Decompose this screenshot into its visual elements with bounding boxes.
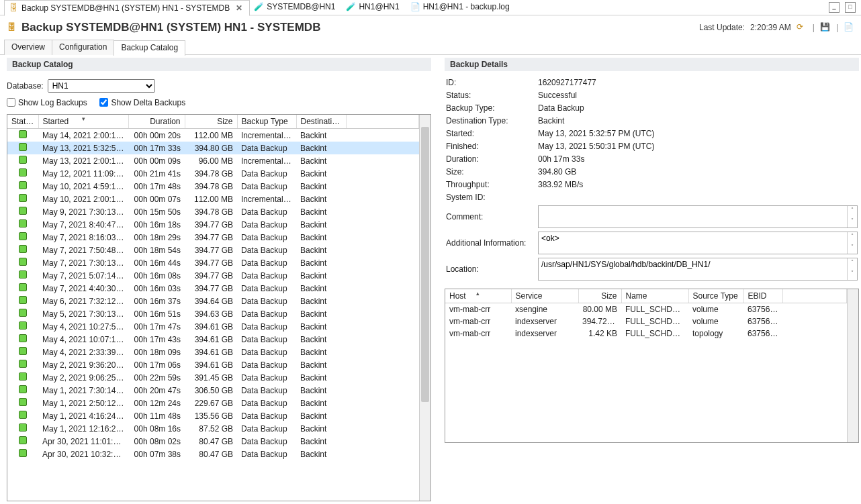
details-header: Backup Details xyxy=(445,58,859,71)
refresh-icon[interactable]: ⟳ xyxy=(797,22,807,33)
chevron-up-icon[interactable]: ˄ xyxy=(848,206,857,217)
table-row[interactable]: May 1, 2021 12:16:21...00h 08m 16s87.52 … xyxy=(7,422,419,435)
table-row[interactable]: May 4, 2021 10:27:57...00h 17m 47s394.61… xyxy=(7,320,419,333)
tab-overview[interactable]: Overview xyxy=(4,40,52,55)
table-row[interactable]: May 2, 2021 9:06:25 ...00h 22m 59s391.45… xyxy=(7,371,419,384)
status-ok-icon xyxy=(19,143,27,151)
maximize-icon[interactable]: □ xyxy=(845,2,856,13)
chevron-down-icon[interactable]: ˅ xyxy=(848,269,857,280)
status-ok-icon xyxy=(19,385,27,393)
status-ok-icon xyxy=(19,321,27,330)
table-row[interactable]: Apr 30, 2021 10:32:1...00h 07m 38s80.47 … xyxy=(7,448,419,460)
scrollbar[interactable] xyxy=(419,115,430,501)
column-header[interactable]: Started▾ xyxy=(38,115,128,129)
table-row[interactable]: May 4, 2021 2:33:39 ...00h 18m 09s394.61… xyxy=(7,346,419,358)
backup-catalog-pane: Backup Catalog Database: HN1 Show Log Ba… xyxy=(0,55,435,504)
table-row[interactable]: May 7, 2021 8:16:03 ...00h 18m 29s394.77… xyxy=(7,231,419,244)
table-row[interactable]: May 6, 2021 7:32:12 ...00h 16m 37s394.64… xyxy=(7,295,419,307)
status-ok-icon xyxy=(19,258,27,266)
title-bar: 🗄 Backup SYSTEMDB@HN1 (SYSTEM) HN1 - SYS… xyxy=(0,15,861,40)
detail-value: Successful xyxy=(538,91,858,100)
table-row[interactable]: May 10, 2021 2:00:14...00h 00m 07s112.00… xyxy=(7,193,419,205)
status-ok-icon xyxy=(19,360,27,368)
detail-value: May 13, 2021 5:50:31 PM (UTC) xyxy=(538,142,858,151)
status-ok-icon xyxy=(19,423,27,432)
scrollbar[interactable] xyxy=(847,289,858,442)
detail-label: Additional Information: xyxy=(446,238,537,248)
detail-value: 394.80 GB xyxy=(538,167,858,177)
save-icon[interactable]: 💾 xyxy=(820,22,831,33)
status-ok-icon xyxy=(19,219,27,228)
table-row[interactable]: vm-mab-crrxsengine80.00 MBFULL_SCHD_d...… xyxy=(445,303,847,316)
flask-icon: 🧪 xyxy=(346,2,355,11)
table-row[interactable]: May 13, 2021 2:00:13...00h 00m 09s96.00 … xyxy=(7,154,419,167)
detail-label: ID: xyxy=(446,78,537,87)
catalog-table[interactable]: StatusStarted▾DurationSizeBackup TypeDes… xyxy=(7,114,431,501)
detail-value: Backint xyxy=(538,116,858,125)
table-row[interactable]: May 7, 2021 7:30:13 ...00h 16m 44s394.77… xyxy=(7,256,419,269)
editor-tab[interactable]: 🗄Backup SYSTEMDB@HN1 (SYSTEM) HN1 - SYST… xyxy=(4,0,250,16)
editor-tab[interactable]: 📄HN1@HN1 - backup.log xyxy=(406,0,516,14)
table-row[interactable]: May 1, 2021 7:30:14 ...00h 20m 47s306.50… xyxy=(7,384,419,397)
status-ok-icon xyxy=(19,436,27,444)
table-row[interactable]: Apr 30, 2021 11:01:3...00h 08m 02s80.47 … xyxy=(7,435,419,448)
column-header[interactable]: Name xyxy=(621,289,688,303)
table-row[interactable]: May 7, 2021 7:50:48 ...00h 18m 54s394.77… xyxy=(7,244,419,256)
column-header[interactable]: Host▴ xyxy=(445,289,511,303)
show-delta-backups-checkbox[interactable]: Show Delta Backups xyxy=(99,98,185,107)
table-row[interactable]: May 10, 2021 4:59:10...00h 17m 48s394.78… xyxy=(7,180,419,193)
column-header[interactable]: Service xyxy=(511,289,578,303)
status-ok-icon xyxy=(19,168,27,177)
table-row[interactable]: May 9, 2021 7:30:13 ...00h 15m 50s394.78… xyxy=(7,205,419,218)
detail-label: Status: xyxy=(446,91,537,100)
table-row[interactable]: May 7, 2021 4:40:30 ...00h 16m 03s394.77… xyxy=(7,282,419,295)
chevron-down-icon[interactable]: ˅ xyxy=(848,243,857,254)
catalog-header: Backup Catalog xyxy=(7,58,431,71)
table-row[interactable]: May 2, 2021 9:36:20 ...00h 17m 06s394.61… xyxy=(7,358,419,371)
chevron-up-icon[interactable]: ˄ xyxy=(848,232,857,243)
status-ok-icon xyxy=(19,347,27,355)
tab-label: HN1@HN1 xyxy=(359,2,399,11)
table-row[interactable]: May 14, 2021 2:00:13...00h 00m 20s112.00… xyxy=(7,129,419,142)
loc-field[interactable]: ˄˅ xyxy=(538,258,858,281)
column-header[interactable]: EBID xyxy=(743,289,782,303)
table-row[interactable]: vm-mab-crrindexserver1.42 KBFULL_SCHD_d.… xyxy=(445,327,847,340)
column-header[interactable]: Size xyxy=(578,289,621,303)
status-ok-icon xyxy=(19,232,27,240)
comment-field[interactable]: ˄˅ xyxy=(538,205,858,228)
table-row[interactable]: May 1, 2021 2:50:12 ...00h 12m 24s229.67… xyxy=(7,397,419,409)
close-icon[interactable]: ✕ xyxy=(236,3,242,13)
host-table[interactable]: Host▴ServiceSizeNameSource TypeEBID vm-m… xyxy=(445,289,859,443)
chevron-up-icon[interactable]: ˄ xyxy=(848,258,857,269)
column-header[interactable]: Source Type xyxy=(688,289,743,303)
editor-tab[interactable]: 🧪SYSTEMDB@HN1 xyxy=(250,0,342,14)
detail-label: Location: xyxy=(446,264,537,274)
table-row[interactable]: May 13, 2021 5:32:57...00h 17m 33s394.80… xyxy=(7,142,419,154)
status-ok-icon xyxy=(19,130,27,138)
tab-backup-catalog[interactable]: Backup Catalog xyxy=(114,40,185,56)
column-header[interactable]: Duration xyxy=(128,115,185,129)
table-row[interactable]: May 7, 2021 8:40:47 ...00h 16m 18s394.77… xyxy=(7,218,419,231)
database-select[interactable]: HN1 xyxy=(48,79,155,93)
page-tabs: OverviewConfigurationBackup Catalog xyxy=(0,40,861,55)
table-row[interactable]: May 7, 2021 5:07:14 ...00h 16m 08s394.77… xyxy=(7,269,419,282)
chevron-down-icon[interactable]: ˅ xyxy=(848,217,857,228)
column-header[interactable]: Size xyxy=(185,115,237,129)
column-header[interactable]: Destinatio... xyxy=(296,115,346,129)
status-ok-icon xyxy=(19,372,27,381)
minimize-icon[interactable]: ‗ xyxy=(829,2,840,13)
table-row[interactable]: May 5, 2021 7:30:13 ...00h 16m 51s394.63… xyxy=(7,307,419,320)
column-header[interactable]: Backup Type xyxy=(237,115,296,129)
table-row[interactable]: May 12, 2021 11:09:5...00h 21m 41s394.78… xyxy=(7,167,419,180)
table-row[interactable]: vm-mab-crrindexserver394.72 GBFULL_SCHD_… xyxy=(445,315,847,327)
table-row[interactable]: May 1, 2021 4:16:24 ...00h 11m 48s135.56… xyxy=(7,409,419,422)
open-icon[interactable]: 📄 xyxy=(844,22,854,33)
show-log-backups-checkbox[interactable]: Show Log Backups xyxy=(7,98,87,107)
table-row[interactable]: May 4, 2021 10:07:13...00h 17m 43s394.61… xyxy=(7,333,419,346)
column-header[interactable]: Status xyxy=(7,115,38,129)
last-update-label: Last Update: xyxy=(699,23,745,32)
editor-tab-bar: 🗄Backup SYSTEMDB@HN1 (SYSTEM) HN1 - SYST… xyxy=(0,0,861,15)
addinfo-field[interactable]: ˄˅ xyxy=(538,232,858,254)
tab-configuration[interactable]: Configuration xyxy=(52,40,114,55)
editor-tab[interactable]: 🧪HN1@HN1 xyxy=(342,0,406,14)
